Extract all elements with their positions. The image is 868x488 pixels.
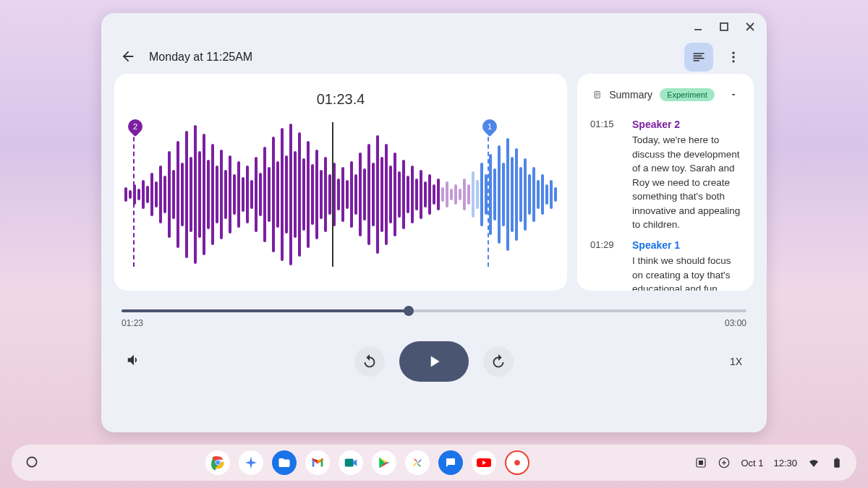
transcript-entry[interactable]: 01:29Speaker 1I think we should focus on… [590, 239, 741, 291]
playback-controls: 01:23 03:00 1X [114, 304, 754, 382]
add-icon[interactable] [718, 456, 731, 469]
waveform-panel: 01:23.4 2 1 [114, 74, 567, 291]
meet-app-icon[interactable] [339, 450, 363, 475]
status-date: Oct 1 [741, 458, 763, 468]
transcript-view-button[interactable] [684, 43, 713, 72]
play-button[interactable] [399, 341, 469, 382]
svg-point-15 [216, 461, 220, 465]
app-content: Monday at 11:25AM 01:23.4 2 1 [101, 40, 767, 432]
youtube-app-icon[interactable] [472, 450, 496, 475]
play-store-app-icon[interactable] [372, 450, 396, 475]
files-app-icon[interactable] [272, 450, 297, 475]
status-time: 12:30 [773, 458, 797, 468]
svg-rect-16 [345, 459, 354, 467]
summary-label: Summary [609, 89, 652, 100]
entry-speaker: Speaker 1 [632, 239, 741, 251]
entry-text: I think we should focus on creating a to… [632, 254, 741, 291]
current-time: 01:23 [122, 318, 143, 328]
seek-thumb[interactable] [404, 306, 414, 316]
back-button[interactable] [120, 48, 137, 66]
gmail-app-icon[interactable] [305, 450, 330, 475]
replay-icon [362, 354, 378, 369]
waveform-area[interactable]: 2 1 [124, 122, 557, 267]
svg-rect-25 [836, 458, 838, 459]
waveform-bars [124, 122, 557, 267]
window-titlebar [101, 13, 767, 40]
playhead-timecode: 01:23.4 [317, 91, 365, 108]
volume-icon [126, 352, 142, 368]
entry-timestamp: 01:15 [590, 119, 619, 232]
volume-button[interactable] [126, 352, 142, 371]
entry-text: Today, we're here to discuss the develop… [632, 133, 741, 232]
app-window: Monday at 11:25AM 01:23.4 2 1 [101, 13, 767, 432]
circle-icon [25, 455, 39, 469]
notes-icon [692, 50, 706, 64]
recorder-app-icon[interactable] [505, 450, 529, 475]
svg-point-6 [732, 60, 734, 62]
forward-button[interactable] [483, 346, 514, 377]
header-bar: Monday at 11:25AM [114, 40, 754, 74]
entry-speaker: Speaker 2 [632, 119, 741, 130]
maximize-button[interactable] [718, 20, 731, 33]
summary-toggle[interactable]: Summary Experiment [590, 84, 741, 111]
forward-icon [490, 354, 506, 369]
close-button[interactable] [744, 20, 757, 33]
launcher-button[interactable] [25, 455, 41, 471]
seek-track[interactable] [122, 309, 746, 312]
taskbar: Oct 1 12:30 [12, 445, 856, 481]
screenshot-icon[interactable] [694, 456, 707, 469]
transcript-entries: 01:15Speaker 2Today, we're here to discu… [590, 111, 741, 291]
battery-icon [830, 456, 843, 469]
speed-button[interactable]: 1X [730, 356, 742, 367]
recording-title: Monday at 11:25AM [149, 51, 673, 64]
entry-timestamp: 01:29 [590, 239, 619, 291]
svg-point-11 [27, 457, 36, 466]
playhead-line [332, 122, 333, 267]
transcript-entry[interactable]: 01:15Speaker 2Today, we're here to discu… [590, 119, 741, 232]
wifi-icon [807, 456, 820, 469]
svg-rect-1 [720, 23, 728, 30]
svg-rect-24 [834, 459, 840, 468]
svg-rect-20 [699, 461, 703, 465]
seek-fill [122, 309, 409, 312]
summary-icon [593, 88, 602, 101]
rewind-button[interactable] [354, 346, 385, 377]
play-icon [425, 352, 443, 371]
status-tray[interactable]: Oct 1 12:30 [694, 456, 843, 469]
gemini-app-icon[interactable] [239, 450, 263, 475]
photos-app-icon[interactable] [405, 450, 430, 475]
more-vert-icon [726, 50, 741, 64]
speaker-marker-2[interactable]: 2 [133, 122, 135, 267]
messages-app-icon[interactable] [438, 450, 463, 475]
speaker-marker-1[interactable]: 1 [488, 122, 489, 267]
chevron-down-icon [729, 88, 738, 101]
chrome-app-icon[interactable] [205, 450, 230, 475]
svg-point-4 [732, 52, 734, 54]
svg-point-18 [514, 460, 520, 466]
total-time: 03:00 [725, 318, 746, 328]
svg-point-5 [732, 56, 734, 58]
experiment-badge: Experiment [660, 88, 715, 101]
app-tray [41, 450, 694, 475]
transcript-panel: Summary Experiment 01:15Speaker 2Today, … [577, 74, 754, 291]
minimize-button[interactable] [692, 20, 705, 33]
more-menu-button[interactable] [719, 43, 748, 72]
